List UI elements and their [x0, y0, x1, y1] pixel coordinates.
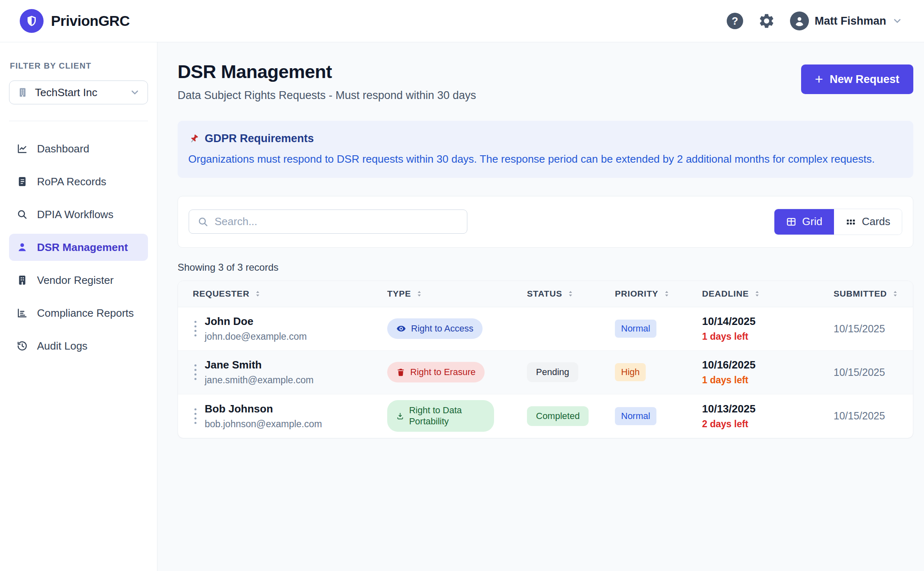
toolbar-card: Grid Cards: [178, 196, 913, 248]
requester-name: Bob Johnson: [205, 403, 322, 415]
building-icon: [17, 87, 28, 98]
submitted-date: 10/15/2025: [834, 366, 913, 378]
table-row[interactable]: Bob Johnson bob.johnson@example.com Righ…: [178, 394, 913, 438]
pushpin-icon: [188, 133, 200, 145]
history-icon: [16, 340, 28, 352]
deadline-note: 2 days left: [702, 419, 834, 430]
requester-email: john.doe@example.com: [205, 331, 307, 342]
search-icon: [16, 209, 28, 220]
column-label: PRIORITY: [615, 289, 658, 299]
sidebar-item-audit-logs[interactable]: Audit Logs: [9, 332, 148, 359]
cards-dots-icon: [845, 216, 856, 227]
column-header-submitted[interactable]: SUBMITTED: [834, 289, 913, 299]
status-badge: Completed: [527, 406, 589, 426]
type-badge: Right to Erasure: [387, 362, 485, 382]
sidebar-item-label: DPIA Workflows: [37, 208, 113, 221]
help-icon[interactable]: ?: [727, 13, 743, 29]
view-toggle: Grid Cards: [774, 209, 902, 235]
sidebar-item-label: Audit Logs: [37, 340, 88, 352]
requester-name: John Doe: [205, 315, 307, 328]
sidebar-nav: Dashboard RoPA Records DPIA Workflows DS…: [9, 135, 148, 359]
gdpr-banner: GDPR Requirements Organizations must res…: [178, 121, 913, 178]
shield-logo-icon: [20, 9, 44, 33]
requester-email: bob.johnson@example.com: [205, 419, 322, 430]
column-header-deadline[interactable]: DEADLINE: [702, 289, 834, 299]
column-header-priority[interactable]: PRIORITY: [615, 289, 702, 299]
search-box[interactable]: [189, 210, 467, 234]
building-icon: [16, 274, 28, 286]
column-label: STATUS: [527, 289, 562, 299]
submitted-date: 10/15/2025: [834, 410, 913, 422]
top-header: PrivionGRC ? Matt Fishman: [0, 0, 924, 42]
app-logo: PrivionGRC: [20, 9, 129, 33]
sort-icon: [663, 290, 671, 298]
user-menu[interactable]: Matt Fishman: [790, 12, 903, 30]
eye-icon: [396, 324, 406, 334]
table-row[interactable]: Jane Smith jane.smith@example.com Right …: [178, 351, 913, 394]
user-icon: [16, 242, 28, 253]
client-selector[interactable]: TechStart Inc: [9, 81, 148, 104]
new-request-label: New Request: [829, 73, 899, 86]
sidebar-item-compliance-reports[interactable]: Compliance Reports: [9, 299, 148, 327]
sidebar-item-label: Vendor Register: [37, 274, 113, 287]
column-header-type[interactable]: TYPE: [387, 289, 527, 299]
page-title: DSR Management: [178, 61, 476, 83]
cards-view-button[interactable]: Cards: [834, 209, 902, 235]
new-request-button[interactable]: + New Request: [801, 64, 913, 94]
grid-view-button[interactable]: Grid: [774, 209, 834, 235]
user-name: Matt Fishman: [815, 15, 886, 28]
priority-badge: High: [615, 363, 646, 381]
filter-by-client-label: FILTER BY CLIENT: [9, 61, 148, 71]
banner-title: GDPR Requirements: [205, 132, 314, 145]
drag-handle-icon[interactable]: [193, 362, 198, 382]
search-input[interactable]: [215, 215, 459, 228]
type-label: Right to Data Portability: [409, 405, 485, 427]
sidebar-item-dashboard[interactable]: Dashboard: [9, 135, 148, 162]
sidebar-item-label: Compliance Reports: [37, 307, 134, 320]
grid-label: Grid: [802, 215, 822, 228]
column-label: REQUESTER: [193, 289, 249, 299]
requester-email: jane.smith@example.com: [205, 375, 314, 386]
status-badge: Pending: [527, 362, 578, 382]
records-summary: Showing 3 of 3 records: [178, 262, 913, 273]
deadline-date: 10/14/2025: [702, 315, 834, 328]
settings-gear-icon[interactable]: [758, 12, 775, 30]
app-title: PrivionGRC: [51, 13, 129, 29]
client-selector-value: TechStart Inc: [35, 86, 97, 99]
sidebar: FILTER BY CLIENT TechStart Inc Dashboard…: [0, 42, 157, 571]
main-content: DSR Management Data Subject Rights Reque…: [157, 42, 924, 571]
type-label: Right to Access: [411, 323, 474, 334]
sidebar-item-vendor-register[interactable]: Vendor Register: [9, 267, 148, 294]
chevron-down-icon: [892, 16, 903, 26]
download-icon: [396, 411, 404, 421]
dsr-table: REQUESTER TYPE STATUS PRIORITY DEADLINE: [178, 281, 913, 438]
sidebar-item-ropa-records[interactable]: RoPA Records: [9, 168, 148, 195]
cards-label: Cards: [862, 215, 890, 228]
sidebar-item-label: RoPA Records: [37, 175, 106, 188]
search-icon: [197, 216, 209, 228]
drag-handle-icon[interactable]: [193, 406, 198, 426]
column-header-status[interactable]: STATUS: [527, 289, 615, 299]
deadline-date: 10/13/2025: [702, 403, 834, 415]
trash-icon: [396, 368, 405, 377]
sort-icon: [415, 290, 423, 298]
type-label: Right to Erasure: [410, 367, 476, 378]
sidebar-item-dpia-workflows[interactable]: DPIA Workflows: [9, 201, 148, 228]
priority-badge: Normal: [615, 320, 656, 338]
deadline-date: 10/16/2025: [702, 359, 834, 371]
column-header-requester[interactable]: REQUESTER: [193, 289, 387, 299]
drag-handle-icon[interactable]: [193, 318, 198, 339]
type-badge: Right to Access: [387, 318, 483, 339]
sidebar-item-dsr-management[interactable]: DSR Management: [9, 234, 148, 261]
plus-icon: +: [815, 72, 823, 86]
requester-name: Jane Smith: [205, 359, 314, 371]
column-label: TYPE: [387, 289, 411, 299]
grid-icon: [786, 216, 797, 227]
chart-line-icon: [16, 143, 28, 154]
column-label: SUBMITTED: [834, 289, 887, 299]
type-badge: Right to Data Portability: [387, 400, 494, 432]
deadline-note: 1 days left: [702, 375, 834, 386]
table-row[interactable]: John Doe john.doe@example.com Right to A…: [178, 307, 913, 351]
priority-badge: Normal: [615, 407, 656, 425]
sidebar-divider: [9, 121, 148, 121]
